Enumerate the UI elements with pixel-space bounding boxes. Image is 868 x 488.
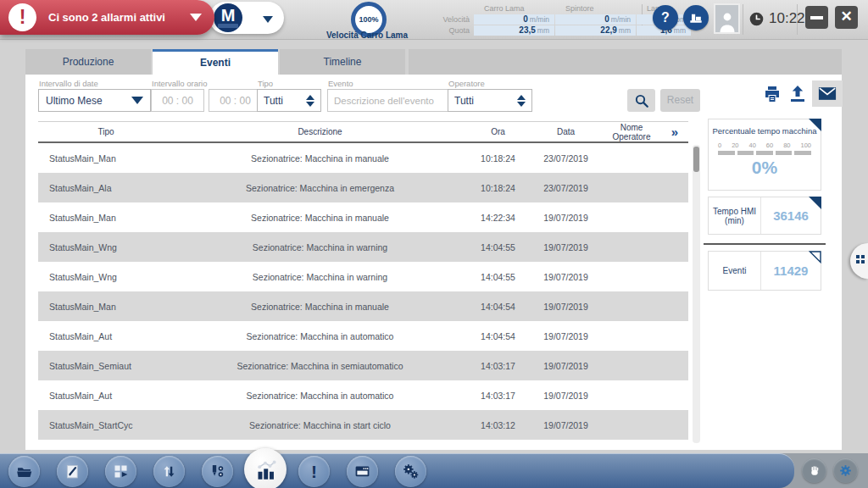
search-button[interactable] — [627, 89, 655, 112]
alarm-banner[interactable]: ! Ci sono 2 allarmi attivi — [0, 0, 214, 35]
col-descrizione: Descrizione — [174, 127, 466, 136]
close-icon: ✕ — [840, 8, 852, 25]
move-arrows-icon — [160, 463, 178, 480]
table-row[interactable]: StatusMain_WngSezionatrice: Macchina in … — [38, 232, 688, 262]
date-range-label: Intervallo di date — [39, 79, 98, 88]
table-row[interactable]: StatusMain_ManSezionatrice: Macchina in … — [38, 291, 688, 321]
operator-select[interactable]: Tutti — [448, 89, 532, 112]
table-row[interactable]: StatusMain_SemiautSezionatrice: Macchina… — [38, 351, 688, 380]
machine-time-card: Percentuale tempo macchina 020406080100 … — [708, 119, 821, 191]
axis-value: 22,9mm — [555, 25, 636, 36]
table-row[interactable]: StatusMain_AutSezionatrice: Macchina in … — [38, 380, 688, 410]
help-button[interactable]: ? — [653, 5, 678, 30]
col-data: Data — [530, 127, 602, 136]
time-to-input[interactable] — [209, 89, 262, 112]
clock-time: 10:22 — [769, 10, 805, 27]
edit-icon — [64, 463, 81, 480]
machine-button[interactable] — [683, 5, 709, 30]
reset-button[interactable]: Reset — [660, 89, 700, 112]
tiles-play-icon — [112, 463, 130, 480]
gear-icon — [838, 463, 853, 478]
col-tipo: Tipo — [38, 127, 174, 136]
alarm-icon: ! — [311, 463, 317, 480]
scrollbar-thumb[interactable] — [693, 147, 699, 172]
tab-produzione[interactable]: Produzione — [25, 49, 151, 75]
date-range-select[interactable]: Ultimo Mese — [38, 89, 151, 112]
toolbar-console-button[interactable] — [347, 456, 378, 487]
user-avatar[interactable] — [714, 3, 740, 34]
operator-label: Operatore — [448, 79, 485, 88]
type-select[interactable]: Tutti — [257, 89, 321, 112]
events-table-header: Tipo Descrizione Ora Data Nome Operatore… — [38, 121, 688, 143]
expand-columns-icon[interactable]: » — [661, 125, 688, 139]
col-ora: Ora — [466, 127, 530, 136]
tab-eventi[interactable]: Eventi — [153, 49, 278, 75]
machine-time-title: Percentuale tempo macchina — [709, 126, 821, 136]
corner-flag-outline-icon — [809, 251, 821, 263]
tab-timeline[interactable]: Timeline — [280, 49, 405, 75]
print-icon[interactable] — [762, 84, 782, 104]
operator-value: Tutti — [454, 95, 517, 107]
time-range-label: Intervallo orario — [152, 79, 207, 88]
upload-icon[interactable] — [787, 84, 808, 104]
main-toolbar: ! — [0, 453, 794, 488]
table-row[interactable]: StatusMain_StartCycSezionatrice: Macchin… — [38, 410, 688, 440]
table-row[interactable]: StatusMain_ManSezionatrice: Macchina in … — [38, 202, 688, 232]
toolbar-alarms-button[interactable]: ! — [298, 456, 330, 487]
top-bar: 100% Velocità Carro Lama Carro Lama Spin… — [0, 0, 868, 40]
event-description-input[interactable] — [327, 89, 453, 112]
spinner-icon — [306, 95, 314, 107]
col-operatore: Nome Operatore — [602, 123, 661, 141]
close-button[interactable]: ✕ — [835, 6, 858, 29]
axis-value: 0m/min — [474, 14, 554, 25]
alarm-icon: ! — [8, 3, 36, 31]
quick-settings-button[interactable] — [833, 458, 858, 483]
axis-col-header: Carro Lama — [474, 4, 554, 13]
email-button[interactable] — [812, 80, 843, 107]
corner-flag-icon — [809, 119, 821, 131]
table-scrollbar[interactable] — [693, 145, 700, 443]
envelope-icon — [818, 86, 837, 101]
tooling-icon — [209, 463, 226, 480]
hmi-time-card: Tempo HMI (min) 36146 — [708, 197, 821, 235]
axis-row-label: Velocità — [434, 15, 473, 24]
alarm-banner-text: Ci sono 2 allarmi attivi — [48, 11, 165, 24]
speed-gauge-value: 100% — [359, 15, 378, 24]
chevron-down-icon — [131, 97, 143, 104]
time-from-input[interactable] — [151, 89, 204, 112]
user-icon — [717, 10, 737, 32]
event-label: Evento — [328, 79, 353, 88]
toolbar-settings-button[interactable] — [395, 456, 426, 487]
brand-logo: M — [214, 3, 242, 32]
question-icon: ? — [661, 10, 670, 25]
machine-time-value: 0% — [709, 158, 821, 178]
spinner-icon — [517, 95, 526, 107]
toolbar-folder-button[interactable] — [8, 456, 40, 487]
folder-icon — [15, 463, 33, 480]
events-count-label: Eventi — [709, 252, 761, 290]
logo-menu[interactable]: M — [209, 2, 284, 34]
axis-value: 23,5mm — [474, 25, 554, 36]
events-table-body: StatusMain_ManSezionatrice: Macchina in … — [38, 143, 688, 446]
divider — [743, 4, 743, 35]
type-label: Tipo — [258, 79, 273, 88]
side-drawer-handle[interactable] — [850, 243, 868, 279]
toolbar-layout-button[interactable] — [105, 456, 136, 487]
minimize-button[interactable] — [805, 6, 828, 29]
table-row[interactable]: StatusMain_WngSezionatrice: Macchina in … — [38, 262, 688, 291]
toolbar-move-button[interactable] — [153, 456, 185, 487]
pan-hand-button[interactable] — [802, 458, 826, 483]
toolbar-statistics-button[interactable] — [244, 448, 287, 488]
table-row[interactable]: StatusMain_ManSezionatrice: Macchina in … — [38, 143, 688, 173]
machine-icon — [687, 9, 704, 26]
toolbar-tooling-button[interactable] — [202, 456, 233, 487]
clock-icon — [749, 12, 764, 26]
tab-bar: Produzione Eventi Timeline — [25, 49, 842, 75]
table-row[interactable]: StatusMain_AlaSezionatrice: Macchina in … — [38, 173, 688, 202]
stats-divider — [704, 243, 826, 245]
hand-icon — [808, 464, 821, 478]
hmi-time-label: Tempo HMI (min) — [709, 197, 761, 234]
table-row[interactable]: StatusMain_AutSezionatrice: Macchina in … — [38, 321, 688, 351]
toolbar-edit-button[interactable] — [57, 456, 88, 487]
axis-value: 0m/min — [555, 14, 636, 25]
